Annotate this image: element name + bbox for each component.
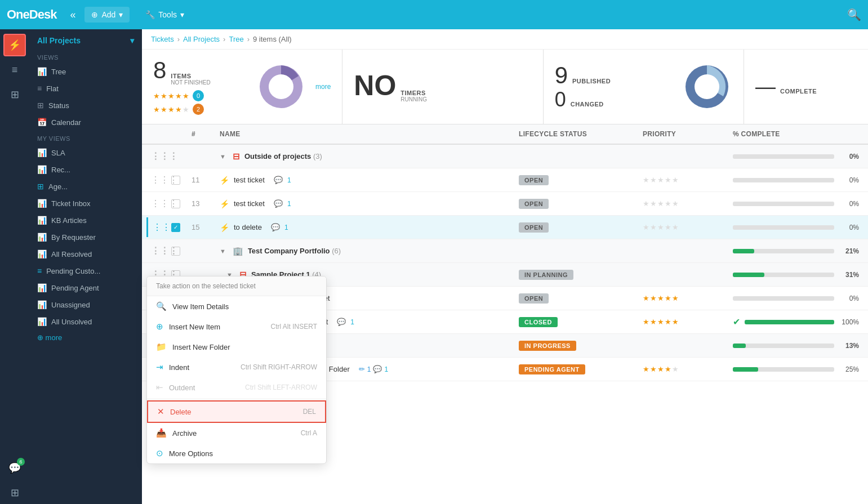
- ticket-icon-13: ⚡: [220, 199, 229, 208]
- context-archive[interactable]: 📥 Archive Ctrl A: [147, 423, 326, 443]
- collapse-portfolio[interactable]: ▼: [220, 248, 226, 255]
- add-button[interactable]: ⊕ Add ▾: [84, 7, 130, 23]
- outdent-icon: ⇤: [156, 382, 163, 393]
- stat-items-not-finished: 8 ITEMS NOT FINISHED ★★★★★ 0: [142, 50, 342, 124]
- stat-number-timers: NO: [354, 72, 396, 100]
- portfolio-icon: 🏢: [233, 246, 243, 256]
- context-outdent[interactable]: ⇤ Outdent Ctrl Shift LEFT-ARROW: [147, 377, 326, 398]
- sidebar-icon-grid[interactable]: ⊞: [3, 83, 26, 106]
- breadcrumb-tickets[interactable]: Tickets: [151, 35, 174, 43]
- requester-icon: 📊: [37, 233, 47, 242]
- sidebar-item-by-requester[interactable]: 📊 By Requester: [29, 229, 142, 246]
- svg-point-1: [269, 74, 293, 99]
- search-button[interactable]: 🔍: [847, 8, 861, 21]
- group-dots[interactable]: ⋮⋮⋮: [146, 146, 167, 166]
- sidebar-icon-dots[interactable]: ⊞: [3, 481, 26, 504]
- nav-project-chevron[interactable]: ▾: [130, 36, 134, 45]
- nav-project-header[interactable]: All Projects ▾: [29, 29, 142, 50]
- sidebar-item-status[interactable]: ⊞ Status: [29, 97, 142, 114]
- complete-checkmark: ✔: [733, 316, 740, 327]
- sidebar-item-calendar[interactable]: 📅 Calendar: [29, 114, 142, 131]
- stat-timers: NO TIMERS RUNNING: [342, 50, 543, 124]
- th-lifecycle: Lifecycle Status: [514, 124, 638, 144]
- status-badge-1: OPEN: [519, 293, 549, 304]
- breadcrumb-all-projects[interactable]: All Projects: [183, 35, 220, 43]
- age-icon: ⊞: [37, 182, 44, 191]
- view-details-icon: 🔍: [156, 301, 167, 311]
- breadcrumb-tree[interactable]: Tree: [229, 35, 243, 43]
- sidebar-item-flat[interactable]: ≡ Flat: [29, 80, 142, 97]
- sidebar-icon-chat[interactable]: 💬 6: [3, 457, 26, 479]
- project-status-badge: IN PLANNING: [519, 270, 573, 280]
- resolved-icon: 📊: [37, 249, 47, 258]
- sidebar-item-unassigned[interactable]: 📊 Unassigned: [29, 296, 142, 313]
- portfolio-checkbox: [171, 247, 180, 256]
- sidebar-item-sla[interactable]: 📊 SLA: [29, 144, 142, 161]
- sidebar-item-rec[interactable]: 📊 Rec...: [29, 161, 142, 178]
- logo: OneDesk: [7, 7, 56, 22]
- topbar: OneDesk « ⊕ Add ▾ 🔧 Tools ▾ 🔍: [0, 0, 868, 29]
- context-delete[interactable]: ✕ Delete DEL: [147, 400, 326, 423]
- sidebar-item-pending-customer[interactable]: ≡ Pending Custo...: [29, 262, 142, 279]
- comment-icon-5: 💬: [373, 365, 382, 373]
- my-views-label: MY VIEWS: [29, 131, 142, 144]
- chat-badge: 6: [17, 458, 25, 466]
- indent-icon: ⇥: [156, 362, 163, 372]
- collapse-outside[interactable]: ▼: [220, 153, 226, 160]
- ticket-icon-15: ⚡: [220, 223, 229, 232]
- context-insert-new-item[interactable]: ⊕ Insert New Item Ctrl Alt INSERT: [147, 316, 326, 337]
- pending-agent-icon: 📊: [37, 283, 47, 292]
- sidebar-more[interactable]: ⊕ more: [29, 330, 142, 345]
- group-outside-label: Outside of projects (3): [244, 152, 322, 160]
- sidebar-icon-tickets[interactable]: ⚡: [3, 34, 26, 56]
- th-dots: [146, 124, 167, 144]
- sidebar-item-tree[interactable]: 📊 Tree: [29, 63, 142, 80]
- table-row: ⋮⋮⋮ 13 ⚡ test ticket 💬 1 OPEN ★★★★★: [142, 192, 868, 216]
- row-dots-11[interactable]: ⋮⋮⋮: [146, 170, 167, 190]
- th-priority: Priority: [638, 124, 728, 144]
- context-more-options[interactable]: ⊙ More Options: [147, 443, 326, 463]
- collapse-button[interactable]: «: [70, 9, 75, 21]
- sidebar-icon-list[interactable]: ≡: [3, 59, 26, 81]
- pending-cust-icon: ≡: [37, 266, 42, 275]
- nav-project-label: All Projects: [37, 36, 81, 45]
- comment-icon-11: 💬: [274, 176, 283, 184]
- published-pie-chart: [682, 61, 732, 112]
- status-badge-2: CLOSED: [519, 317, 558, 327]
- group-outside-icon: ⊟: [233, 151, 240, 162]
- row-dots-15[interactable]: ⋮⋮⋮: [146, 217, 167, 237]
- context-view-item-details[interactable]: 🔍 View Item Details: [147, 296, 326, 316]
- breadcrumb: Tickets › All Projects › Tree › 9 items …: [142, 29, 868, 50]
- portfolio-label: Test Company Portfolio (6): [248, 247, 341, 255]
- row-checkbox-13: [171, 199, 180, 208]
- portfolio-dots[interactable]: ⋮⋮⋮: [146, 241, 167, 261]
- comment-icon-15: 💬: [271, 223, 280, 231]
- sidebar-item-age[interactable]: ⊞ Age...: [29, 178, 142, 195]
- th-id: #: [187, 124, 215, 144]
- th-check: [167, 124, 187, 144]
- add-chevron-icon: ▾: [119, 10, 123, 19]
- status-icon: ⊞: [37, 101, 44, 110]
- delete-icon: ✕: [157, 407, 164, 417]
- row-name-11: test ticket: [234, 176, 265, 184]
- stat-more-link[interactable]: more: [315, 83, 331, 91]
- stats-row: 8 ITEMS NOT FINISHED ★★★★★ 0: [142, 50, 868, 124]
- sidebar-item-all-unsolved[interactable]: 📊 All Unsolved: [29, 313, 142, 330]
- stat-number-items: 8: [153, 59, 166, 82]
- table-header: # Name Lifecycle Status Priority % Compl…: [142, 124, 868, 145]
- sidebar-item-kb-articles[interactable]: 📊 KB Articles: [29, 212, 142, 229]
- tools-button[interactable]: 🔧 Tools ▾: [139, 7, 191, 23]
- context-insert-new-folder[interactable]: 📁 Insert New Folder: [147, 337, 326, 357]
- ticket-icon-11: ⚡: [220, 176, 229, 185]
- sidebar-item-all-resolved[interactable]: 📊 All Resolved: [29, 246, 142, 262]
- context-indent[interactable]: ⇥ Indent Ctrl Shift RIGHT-ARROW: [147, 357, 326, 377]
- th-complete: % Complete: [728, 124, 863, 144]
- stat-published: 9 PUBLISHED 0 CHANGED: [544, 50, 744, 124]
- breadcrumb-count: 9 items (All): [253, 35, 292, 43]
- sidebar-item-ticket-inbox[interactable]: 📊 Ticket Inbox: [29, 195, 142, 212]
- group-outside-projects: ⋮⋮⋮ ▼ ⊟ Outside of projects (3) 0%: [142, 145, 868, 168]
- row-dots-13[interactable]: ⋮⋮⋮: [146, 194, 167, 213]
- unassigned-icon: 📊: [37, 300, 47, 309]
- tools-chevron-icon: ▾: [180, 10, 184, 19]
- sidebar-item-pending-agent[interactable]: 📊 Pending Agent: [29, 279, 142, 296]
